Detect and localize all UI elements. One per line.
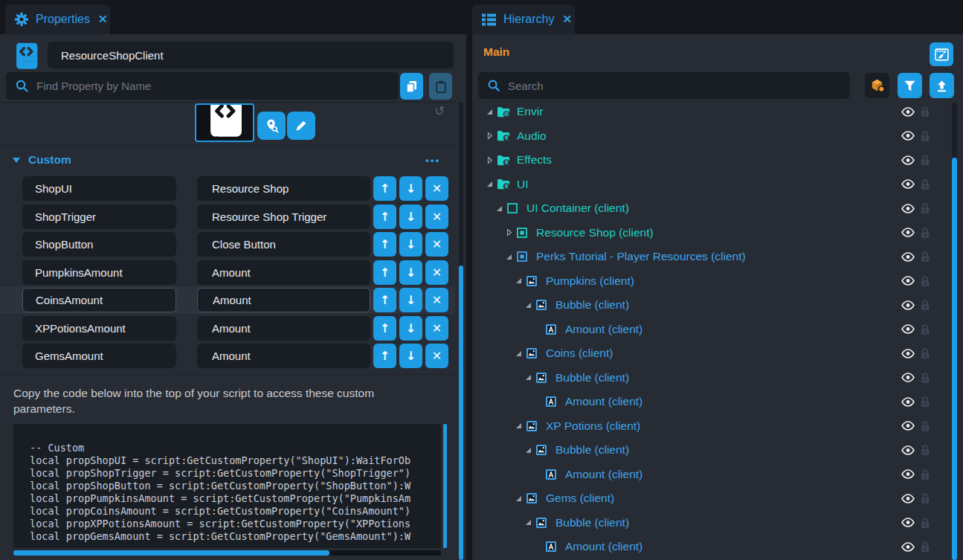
move-down-button[interactable]: ↓ [399,176,422,201]
expand-arrow-icon[interactable] [524,301,535,309]
visibility-eye-icon[interactable] [901,518,915,527]
reset-icon[interactable]: ↺ [434,103,445,119]
code-horizontal-scrollbar[interactable] [13,550,441,556]
property-value-field[interactable]: Amount [197,316,370,341]
move-down-button[interactable]: ↓ [399,288,422,312]
visibility-eye-icon[interactable] [901,469,915,479]
lock-icon[interactable] [920,299,930,311]
tree-item-bubble-client[interactable]: Bubble (client) [472,366,952,390]
expand-arrow-icon[interactable] [515,422,526,430]
visibility-eye-icon[interactable] [901,228,915,237]
lock-icon[interactable] [920,444,930,456]
remove-property-button[interactable]: ✕ [425,288,448,312]
visibility-eye-icon[interactable] [901,107,915,117]
property-value-field[interactable]: Resource Shop [197,176,370,201]
tree-item-coins-client[interactable]: Coins (client) [472,341,952,366]
code-snippet[interactable]: -- Custom local propShopUI = script:GetC… [13,424,441,548]
visibility-eye-icon[interactable] [901,204,915,213]
visibility-eye-icon[interactable] [901,131,915,141]
expand-arrow-icon[interactable] [486,132,497,140]
lock-icon[interactable] [920,275,930,287]
move-up-button[interactable]: ↑ [373,176,396,201]
property-name-field[interactable]: GemsAmount [22,344,176,368]
find-in-scene-button[interactable] [257,112,286,140]
property-value-field[interactable]: Close Button [197,232,370,257]
visibility-eye-icon[interactable] [901,252,915,262]
section-menu-icon[interactable]: ••• [425,155,440,166]
hierarchy-search-input[interactable]: Search [478,72,850,99]
lock-icon[interactable] [920,130,930,142]
visibility-eye-icon[interactable] [901,421,915,431]
move-up-button[interactable]: ↑ [373,260,396,285]
expand-arrow-icon[interactable] [524,373,535,382]
visibility-eye-icon[interactable] [901,494,915,503]
lock-icon[interactable] [920,154,930,166]
move-down-button[interactable]: ↓ [399,316,422,341]
tree-item-pumpkins-client[interactable]: Pumpkins (client) [472,269,952,294]
remove-property-button[interactable]: ✕ [425,260,448,285]
custom-section-header[interactable]: Custom ••• [0,149,455,171]
expand-upload-button[interactable] [930,73,954,98]
tree-item-xp-potions-client[interactable]: XP Potions (client) [472,414,952,439]
close-icon[interactable]: ✕ [562,13,572,26]
property-name-field[interactable]: PumpkinsAmount [22,260,176,285]
edit-script-button[interactable] [287,112,315,140]
visibility-eye-icon[interactable] [901,155,915,165]
properties-scrollbar[interactable] [459,103,463,560]
tree-item-ui-container-client[interactable]: UI Container (client) [472,196,952,221]
visibility-eye-icon[interactable] [901,276,915,286]
lock-icon[interactable] [920,396,930,408]
lock-icon[interactable] [920,517,930,529]
remove-property-button[interactable]: ✕ [425,232,448,257]
tree-item-amount-client[interactable]: Amount (client) [472,318,952,342]
move-up-button[interactable]: ↑ [373,205,396,229]
create-template-button[interactable] [930,42,953,66]
move-up-button[interactable]: ↑ [373,344,396,368]
expand-arrow-icon[interactable] [524,446,535,454]
tree-item-perks-tutorial-player-resources-client[interactable]: Perks Tutorial - Player Resources (clien… [472,245,952,269]
lock-icon[interactable] [920,324,930,335]
expand-arrow-icon[interactable] [515,495,526,503]
expand-arrow-icon[interactable] [505,228,516,236]
lock-icon[interactable] [920,202,930,214]
visibility-eye-icon[interactable] [901,349,915,358]
property-value-field[interactable]: Amount [197,288,370,312]
lock-icon[interactable] [920,227,930,239]
visibility-eye-icon[interactable] [901,397,915,407]
expand-arrow-icon[interactable] [524,518,535,527]
scrollbar-thumb[interactable] [459,265,463,560]
lock-icon[interactable] [920,107,930,118]
lock-icon[interactable] [920,469,930,480]
expand-arrow-icon[interactable] [486,156,497,164]
scrollbar-thumb[interactable] [13,550,329,556]
close-icon[interactable]: ✕ [98,13,108,26]
expand-arrow-icon[interactable] [505,253,516,261]
move-down-button[interactable]: ↓ [399,260,422,285]
hierarchy-tab[interactable]: Hierarchy ✕ [472,4,575,34]
property-name-field[interactable]: ShopTrigger [22,205,176,229]
lock-icon[interactable] [920,251,930,263]
expand-arrow-icon[interactable] [495,205,506,213]
remove-property-button[interactable]: ✕ [425,316,448,341]
tree-item-bubble-client[interactable]: Bubble (client) [472,293,952,318]
property-value-field[interactable]: Resource Shop Trigger [197,205,370,229]
visibility-eye-icon[interactable] [901,445,915,455]
visibility-eye-icon[interactable] [901,542,915,552]
tree-item-bubble-client[interactable]: Bubble (client) [472,511,952,535]
property-value-field[interactable]: Amount [197,260,370,285]
paste-properties-button[interactable] [429,73,452,100]
property-name-field[interactable]: XPPotionsAmount [22,316,176,341]
scrollbar-thumb[interactable] [952,158,957,560]
property-value-field[interactable]: Amount [197,344,370,368]
move-up-button[interactable]: ↑ [373,232,396,257]
expand-arrow-icon[interactable] [486,180,497,188]
tree-item-ui[interactable]: UI [472,173,952,197]
collapse-triangle-icon[interactable] [13,158,20,163]
property-name-field[interactable]: ShopButton [22,232,176,257]
tree-item-gems-client[interactable]: Gems (client) [472,486,952,511]
expand-arrow-icon[interactable] [515,350,526,358]
tree-item-envir[interactable]: Envir [472,107,952,124]
copy-properties-button[interactable] [400,73,423,100]
lock-icon[interactable] [920,372,930,384]
property-name-field[interactable]: ShopUI [22,176,176,201]
